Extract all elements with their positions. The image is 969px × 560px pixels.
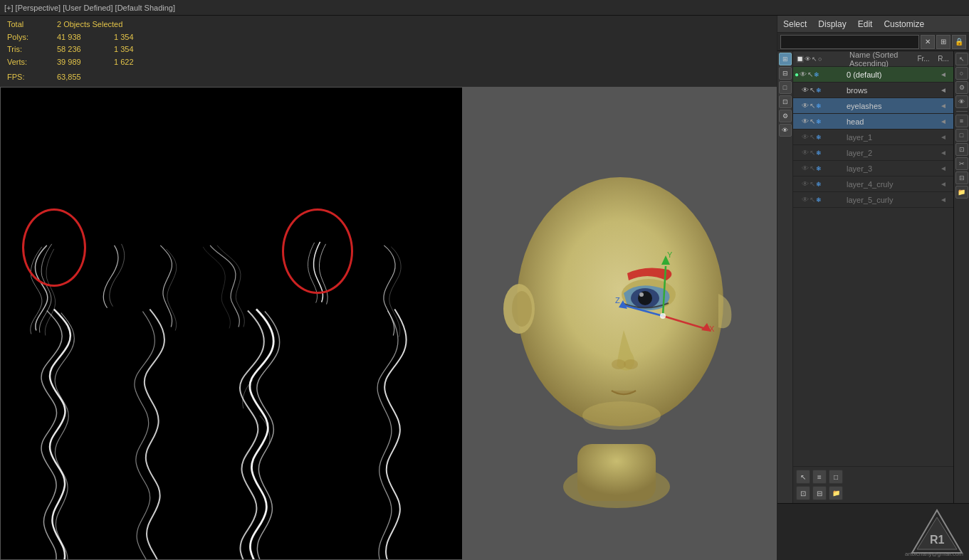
tool-box[interactable]: □ — [829, 470, 843, 484]
layer-item[interactable]: 👁 ↖ ❄ layer_1 ◄ — [793, 130, 953, 145]
snowflake-icon: ❄ — [816, 87, 822, 94]
menu-select[interactable]: Select — [780, 19, 810, 30]
layer-item[interactable]: ● 👁 ↖ ❄ 0 (default) ◄ — [793, 67, 953, 83]
cursor-icon: ↖ — [810, 180, 815, 188]
snowflake-icon: ❄ — [814, 71, 819, 78]
hair-strands-svg — [1, 88, 462, 559]
layer-item[interactable]: 👁 ↖ ❄ layer_4_cruly ◄ — [793, 176, 953, 192]
svg-point-3 — [517, 177, 723, 426]
eye-icon-hidden: 👁 — [802, 164, 809, 172]
viewport-topbar: [+] [Perspective] [User Defined] [Defaul… — [0, 0, 969, 16]
col-header-name: Name (Sorted Ascending) — [847, 51, 913, 68]
lbar-layers-button[interactable]: ⊞ — [779, 53, 792, 65]
layer-name: layer_2 — [847, 149, 913, 157]
cursor-icon: ↖ — [810, 86, 815, 94]
lbar-eye-button[interactable]: 👁 — [779, 124, 792, 137]
tool-list[interactable]: ≡ — [812, 470, 827, 484]
watermark-email: artofcharly@gmail.com — [905, 551, 963, 557]
layer-r: ◄ — [933, 102, 953, 110]
tool-frame[interactable]: ⊡ — [796, 486, 810, 500]
svg-text:Z: Z — [615, 296, 620, 305]
eye-icon-hidden: 👁 — [802, 133, 809, 141]
snowflake-icon: ❄ — [816, 149, 822, 157]
layer-column-headers: 🔲 👁 ↖ ○ Name (Sorted Ascending) Fr... R.… — [793, 51, 953, 67]
layer-item[interactable]: 👁 ↖ ❄ layer_2 ◄ — [793, 145, 953, 161]
search-lock-button[interactable]: 🔒 — [952, 35, 966, 49]
rtool-3[interactable]: ⚙ — [955, 81, 968, 94]
menu-customize[interactable]: Customize — [881, 19, 927, 30]
rtool-9[interactable]: ⊟ — [955, 171, 968, 184]
total-value: 2 Objects Selected — [57, 19, 122, 31]
svg-rect-0 — [1, 103, 462, 543]
lbar-gear-button[interactable]: ⚙ — [779, 110, 792, 122]
cursor-icon: ↖ — [810, 133, 815, 141]
right-tools-column: ↖ ○ ⚙ 👁 ≡ □ ⊡ ✂ ⊟ 📁 — [953, 51, 969, 503]
layer-r: ◄ — [933, 180, 953, 188]
rtool-7[interactable]: ⊡ — [955, 143, 968, 156]
fps-label: FPS: — [7, 71, 43, 84]
verts-value1: 39 989 — [57, 56, 100, 69]
rtool-8[interactable]: ✂ — [955, 157, 968, 170]
layer-panel-container: ⊞ ⊟ □ ⊡ ⚙ 👁 🔲 👁 ↖ ○ Name (Sorted Asce — [777, 51, 969, 503]
rtool-2[interactable]: ○ — [955, 67, 968, 80]
rtool-5[interactable]: ≡ — [955, 115, 968, 127]
svg-text:X: X — [709, 324, 715, 333]
layer-name: layer_1 — [847, 133, 913, 142]
lbar-object-button[interactable]: □ — [779, 81, 792, 94]
svg-point-22 — [660, 313, 666, 319]
rtool-10[interactable]: 📁 — [955, 186, 968, 199]
eye-icon-hidden: 👁 — [802, 180, 809, 188]
col-header-r: R... — [933, 55, 953, 63]
verts-label: Verts: — [7, 56, 43, 69]
rtool-separator — [956, 111, 968, 112]
tool-cursor[interactable]: ↖ — [796, 470, 810, 484]
cursor-icon: ↖ — [810, 149, 815, 157]
layer-item[interactable]: 👁 ↖ ❄ brows ◄ — [793, 83, 953, 98]
eye-icon: 👁 — [802, 117, 809, 125]
rtool-6[interactable]: □ — [955, 129, 968, 142]
lbar-display-button[interactable]: ⊟ — [779, 67, 792, 80]
layer-r: ◄ — [933, 117, 953, 125]
eye-icon: 👁 — [802, 102, 809, 110]
tris-value1: 58 236 — [57, 43, 100, 56]
snowflake-icon: ❄ — [816, 102, 822, 110]
col-header-fr: Fr... — [913, 55, 933, 63]
cursor-icon: ↖ — [810, 164, 815, 172]
viewport-label: [+] [Perspective] [User Defined] [Defaul… — [4, 4, 175, 12]
tool-filter[interactable]: ⊟ — [812, 486, 827, 500]
head-viewport[interactable]: X Y Z — [463, 87, 777, 560]
tool-folder[interactable]: 📁 — [829, 486, 843, 500]
bottom-tools: ↖ ≡ □ ⊡ ⊟ 📁 — [793, 466, 953, 503]
svg-point-11 — [624, 359, 638, 369]
layer-item[interactable]: 👁 ↖ ❄ eyelashes ◄ — [793, 98, 953, 114]
layer-name: layer_3 — [847, 164, 913, 173]
snowflake-icon: ❄ — [816, 165, 822, 172]
menu-edit[interactable]: Edit — [855, 19, 876, 30]
tris-label: Tris: — [7, 43, 43, 56]
cursor-icon: ↖ — [807, 70, 813, 78]
layer-name: 0 (default) — [847, 70, 913, 79]
search-filter-button[interactable]: ⊞ — [936, 35, 950, 49]
layer-list[interactable]: ● 👁 ↖ ❄ 0 (default) ◄ — [793, 67, 953, 466]
stats-panel: Total 2 Objects Selected Polys: 41 938 1… — [0, 16, 777, 87]
lbar-frame-button[interactable]: ⊡ — [779, 95, 792, 108]
layer-name: brows — [847, 86, 913, 95]
menu-display[interactable]: Display — [815, 19, 849, 30]
rtool-1[interactable]: ↖ — [955, 53, 968, 65]
layer-item[interactable]: 👁 ↖ ❄ layer_3 ◄ — [793, 161, 953, 176]
svg-rect-2 — [577, 444, 656, 501]
layer-panel: 🔲 👁 ↖ ○ Name (Sorted Ascending) Fr... R.… — [793, 51, 953, 503]
eye-icon: 👁 — [800, 70, 807, 78]
search-input[interactable] — [780, 35, 919, 49]
layer-item[interactable]: 👁 ↖ ❄ head ◄ — [793, 114, 953, 130]
hair-viewport[interactable] — [0, 87, 463, 560]
polys-label: Polys: — [7, 31, 43, 44]
layer-r: ◄ — [933, 70, 953, 78]
viewport-area: Total 2 Objects Selected Polys: 41 938 1… — [0, 16, 777, 560]
rtool-4[interactable]: 👁 — [955, 95, 968, 108]
layer-name: eyelashes — [847, 102, 913, 110]
logo-area: R1 artofcharly@gmail.com — [777, 503, 969, 560]
snowflake-icon: ❄ — [816, 196, 822, 204]
layer-item[interactable]: 👁 ↖ ❄ layer_5_curly ◄ — [793, 192, 953, 208]
search-clear-button[interactable]: ✕ — [921, 35, 935, 49]
